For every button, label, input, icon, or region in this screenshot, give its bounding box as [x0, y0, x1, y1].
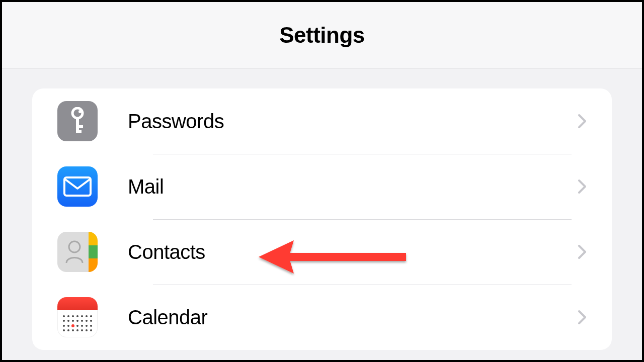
row-label: Mail	[128, 175, 578, 198]
svg-rect-2	[76, 117, 79, 132]
contacts-tabs-decoration	[89, 232, 98, 272]
chevron-right-icon	[578, 244, 587, 259]
contacts-icon	[57, 232, 98, 272]
chevron-right-icon	[578, 114, 587, 129]
svg-point-6	[69, 241, 80, 252]
content-area: Passwords Mail	[2, 68, 642, 350]
page-title: Settings	[279, 23, 365, 48]
svg-point-1	[78, 110, 82, 113]
calendar-icon	[57, 297, 98, 337]
settings-row-passwords[interactable]: Passwords	[32, 88, 612, 154]
svg-rect-3	[76, 125, 83, 128]
settings-row-mail[interactable]: Mail	[32, 154, 612, 219]
row-label: Contacts	[128, 241, 578, 263]
settings-screen: Settings Passwords	[0, 0, 644, 362]
row-label: Calendar	[128, 306, 578, 329]
settings-group: Passwords Mail	[32, 88, 612, 350]
svg-rect-5	[64, 177, 91, 196]
header-bar: Settings	[2, 2, 642, 68]
svg-point-0	[72, 108, 83, 118]
chevron-right-icon	[578, 310, 587, 325]
settings-row-calendar[interactable]: Calendar	[32, 285, 612, 350]
settings-row-contacts[interactable]: Contacts	[32, 219, 612, 285]
envelope-icon	[57, 166, 98, 207]
svg-rect-4	[76, 130, 82, 133]
chevron-right-icon	[578, 179, 587, 194]
row-label: Passwords	[128, 110, 578, 133]
key-icon	[57, 101, 98, 141]
